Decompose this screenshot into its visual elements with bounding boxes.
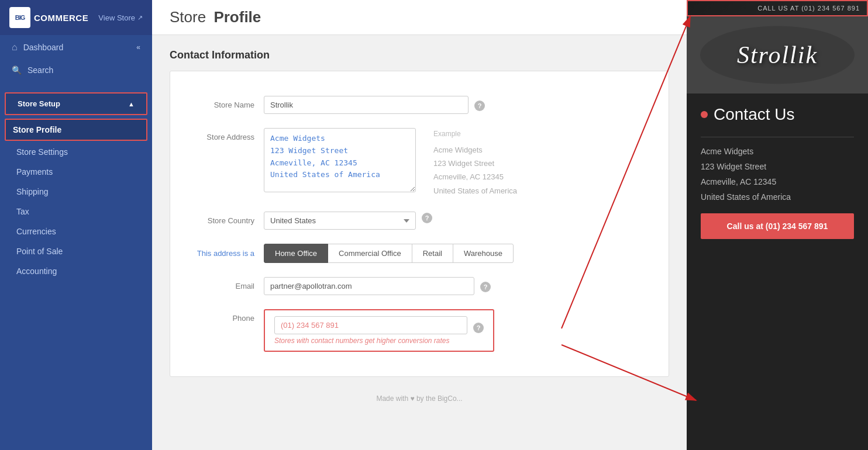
- store-name-row: Store Name ?: [170, 89, 669, 121]
- email-wrap: ?: [264, 277, 651, 295]
- store-address-input[interactable]: Acme Widgets 123 Widget Street Acmeville…: [264, 128, 416, 192]
- sidebar-item-tax[interactable]: Tax: [0, 202, 152, 221]
- address-type-wrap: Home Office Commercial Office Retail War…: [264, 244, 651, 263]
- contact-us-title-text: Contact Us: [714, 105, 795, 124]
- address-example: Example Acme Widgets 123 Widget Street A…: [433, 128, 517, 198]
- sidebar-item-shipping[interactable]: Shipping: [0, 182, 152, 202]
- external-link-icon: ↗: [137, 14, 143, 22]
- store-preview-top: CALL US AT (01) 234 567 891 Strollik: [687, 0, 868, 94]
- contact-divider: [701, 137, 854, 137]
- store-setup-section[interactable]: Store Setup ▲: [5, 92, 147, 115]
- email-input[interactable]: [264, 277, 474, 295]
- sidebar-item-dashboard[interactable]: ⌂ Dashboard «: [0, 35, 152, 60]
- address-type-row: This address is a Home Office Commercial…: [170, 237, 669, 270]
- chevron-icon: ▲: [128, 101, 135, 108]
- store-settings-label: Store Settings: [16, 147, 68, 157]
- contact-us-panel: Contact Us Acme Widgets 123 Widget Stree…: [687, 94, 868, 450]
- point-of-sale-label: Point of Sale: [16, 247, 63, 256]
- logo-big: BIG: [15, 14, 25, 21]
- page-title-bold: Profile: [213, 8, 261, 26]
- main-content: Store Profile Contact Information Store …: [152, 0, 687, 450]
- phone-wrap: ? Stores with contact numbers get higher…: [264, 309, 651, 352]
- store-name-label: Store Name: [188, 96, 264, 109]
- shipping-label: Shipping: [16, 187, 49, 196]
- addr-btn-commercial[interactable]: Commercial Office: [328, 244, 412, 263]
- phone-highlight-box: ? Stores with contact numbers get higher…: [264, 309, 494, 352]
- footer-made-with: Made with ♥ by the BigCo...: [170, 389, 669, 409]
- content-area: Contact Information Store Name ? Store A…: [152, 35, 687, 450]
- accounting-label: Accounting: [16, 266, 57, 276]
- section-title: Contact Information: [170, 49, 669, 61]
- store-country-wrap: United States ?: [264, 212, 651, 230]
- example-line4: United States of America: [433, 184, 517, 198]
- store-address-row: Store Address Acme Widgets 123 Widget St…: [170, 121, 669, 205]
- store-name-help-icon[interactable]: ?: [474, 101, 485, 111]
- dashboard-label: Dashboard: [23, 43, 64, 52]
- store-address-label: Store Address: [188, 128, 264, 141]
- phone-input[interactable]: [274, 316, 467, 334]
- phone-input-row: ?: [274, 316, 484, 334]
- store-country-select-wrap: United States: [264, 212, 416, 230]
- addr-btn-warehouse[interactable]: Warehouse: [453, 244, 514, 263]
- sidebar-header: BIG COMMERCE View Store ↗: [0, 0, 152, 35]
- store-name-wrap: ?: [264, 96, 651, 114]
- store-country-label: Store Country: [188, 212, 264, 225]
- store-country-row: Store Country United States ?: [170, 205, 669, 237]
- store-address-wrap: Acme Widgets 123 Widget Street Acmeville…: [264, 128, 651, 198]
- contact-addr-line3: Acmeville, AC 12345: [701, 177, 854, 186]
- call-us-bar: CALL US AT (01) 234 567 891: [687, 0, 868, 16]
- sidebar-search[interactable]: 🔍 Search: [0, 60, 152, 81]
- payments-label: Payments: [16, 167, 53, 176]
- sidebar-item-store-settings[interactable]: Store Settings: [0, 142, 152, 162]
- home-icon: ⌂: [12, 42, 18, 53]
- logo: BIG COMMERCE: [9, 7, 88, 28]
- sidebar-item-point-of-sale[interactable]: Point of Sale: [0, 241, 152, 261]
- phone-help-icon[interactable]: ?: [473, 323, 484, 333]
- search-icon: 🔍: [12, 65, 22, 75]
- call-us-button[interactable]: Call us at (01) 234 567 891: [701, 213, 854, 239]
- sidebar-item-payments[interactable]: Payments: [0, 162, 152, 182]
- contact-addr-line2: 123 Widget Street: [701, 162, 854, 171]
- page-title-light: Store: [170, 8, 206, 26]
- contact-us-title: Contact Us: [701, 105, 854, 124]
- store-country-help-icon[interactable]: ?: [422, 213, 432, 223]
- example-line2: 123 Widget Street: [433, 157, 517, 170]
- view-store-link[interactable]: View Store ↗: [98, 13, 143, 22]
- sidebar: BIG COMMERCE View Store ↗ ⌂ Dashboard « …: [0, 0, 152, 450]
- tax-label: Tax: [16, 207, 29, 216]
- addr-btn-retail[interactable]: Retail: [412, 244, 453, 263]
- sidebar-item-store-profile[interactable]: Store Profile: [5, 119, 147, 141]
- store-name-input[interactable]: [264, 96, 469, 114]
- email-help-icon[interactable]: ?: [480, 282, 491, 292]
- addr-btn-home-office[interactable]: Home Office: [264, 244, 328, 263]
- page-title: Store Profile: [170, 8, 261, 26]
- logo-icon: BIG: [9, 7, 30, 28]
- address-type-buttons: Home Office Commercial Office Retail War…: [264, 244, 514, 263]
- sidebar-item-currencies[interactable]: Currencies: [0, 221, 152, 241]
- example-line3: Acmeville, AC 12345: [433, 170, 517, 184]
- address-type-label: This address is a: [188, 244, 264, 258]
- contact-addr-line1: Acme Widgets: [701, 147, 854, 156]
- email-label: Email: [188, 277, 264, 290]
- currencies-label: Currencies: [16, 227, 56, 236]
- right-panel: CALL US AT (01) 234 567 891 Strollik Con…: [687, 0, 868, 450]
- store-logo-area: Strollik: [687, 16, 868, 94]
- store-country-select[interactable]: United States: [264, 212, 416, 230]
- phone-row: Phone ? Stores with contact numbers get …: [170, 302, 669, 359]
- page-header: Store Profile: [152, 0, 687, 35]
- contact-addr-line4: United States of America: [701, 192, 854, 202]
- phone-hint: Stores with contact numbers get higher c…: [274, 337, 484, 345]
- store-setup-label: Store Setup: [18, 99, 60, 108]
- form-card: Store Name ? Store Address Acme Widgets …: [170, 71, 669, 377]
- logo-commerce: COMMERCE: [34, 13, 88, 23]
- example-line1: Acme Widgets: [433, 143, 517, 157]
- phone-label: Phone: [188, 309, 264, 323]
- contact-dot-icon: [701, 111, 708, 118]
- store-profile-label: Store Profile: [13, 125, 61, 134]
- sidebar-item-accounting[interactable]: Accounting: [0, 261, 152, 281]
- email-row: Email ?: [170, 270, 669, 302]
- search-label: Search: [27, 65, 53, 75]
- example-label: Example: [433, 128, 517, 141]
- collapse-icon: «: [136, 43, 140, 51]
- view-store-label: View Store: [98, 13, 135, 22]
